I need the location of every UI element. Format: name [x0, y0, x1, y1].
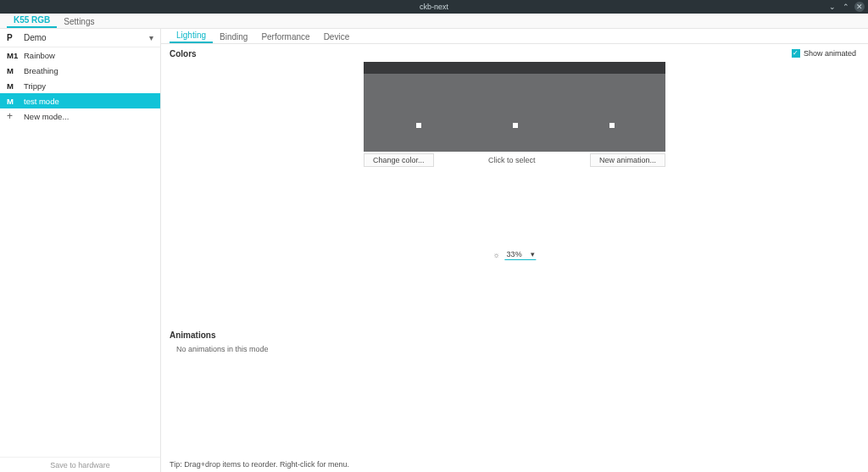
mode-label: test mode [24, 97, 59, 106]
mode-label: Trippy [24, 81, 46, 91]
zone-indicator [513, 123, 518, 128]
tab-performance[interactable]: Performance [254, 30, 316, 43]
animations-empty-label: No animations in this mode [176, 345, 860, 353]
tip-label: Tip: Drag+drop items to reorder. Right-c… [170, 460, 349, 469]
chevron-down-icon: ▾ [149, 33, 153, 42]
maximize-button[interactable]: ⌃ [841, 2, 851, 12]
profile-name: Demo [24, 33, 47, 42]
mode-badge: M [7, 66, 24, 75]
chevron-down-icon: ▾ [531, 250, 535, 258]
checkbox-icon: ✓ [792, 49, 800, 58]
zone-indicator [416, 123, 421, 128]
mode-list: M1 Rainbow M Breathing M Trippy M test m… [0, 47, 160, 124]
keyboard-preview[interactable]: Change color... Click to select New anim… [364, 62, 665, 167]
window-title: ckb-next [420, 3, 448, 11]
animations-title: Animations [170, 330, 860, 340]
keyboard-preview-top [364, 62, 665, 74]
keyboard-preview-zones[interactable] [364, 74, 665, 152]
sidebar: P Demo ▾ M1 Rainbow M Breathing M Trippy… [0, 29, 161, 472]
lighting-panel: Colors ✓ Show animated Change color... C… [161, 44, 868, 472]
mode-item-trippy[interactable]: M Trippy [0, 78, 160, 93]
tab-device[interactable]: Device [317, 30, 357, 43]
title-bar: ckb-next ⌄ ⌃ ✕ [0, 0, 868, 14]
show-animated-toggle[interactable]: ✓ Show animated [792, 49, 856, 58]
new-animation-button[interactable]: New animation... [590, 153, 665, 167]
profile-selector[interactable]: P Demo ▾ [0, 29, 160, 47]
brightness-icon: ☼ [492, 251, 499, 259]
new-mode-label: New mode... [24, 112, 69, 121]
animations-section: Animations No animations in this mode [170, 330, 860, 353]
tab-lighting[interactable]: Lighting [170, 28, 213, 43]
new-mode-button[interactable]: + New mode... [0, 108, 160, 124]
minimize-button[interactable]: ⌄ [827, 2, 837, 12]
tab-device-k55[interactable]: K55 RGB [7, 13, 57, 28]
tab-settings[interactable]: Settings [57, 14, 101, 28]
device-tabs: K55 RGB Settings [0, 14, 868, 29]
window-controls: ⌄ ⌃ ✕ [827, 0, 865, 14]
mode-badge: M1 [7, 51, 24, 60]
mode-item-breathing[interactable]: M Breathing [0, 63, 160, 78]
profile-badge: P [7, 33, 24, 42]
brightness-select[interactable]: 33% ▾ [505, 249, 537, 260]
mode-label: Rainbow [24, 51, 55, 60]
mode-label: Breathing [24, 66, 58, 75]
mode-badge: M [7, 81, 24, 91]
tab-binding[interactable]: Binding [213, 30, 254, 43]
mode-item-test-mode[interactable]: M test mode [0, 93, 160, 108]
content: Lighting Binding Performance Device Colo… [161, 29, 868, 472]
save-to-hardware-button[interactable]: Save to hardware [0, 457, 160, 472]
mode-item-rainbow[interactable]: M1 Rainbow [0, 47, 160, 63]
zone-indicator [609, 123, 615, 128]
show-animated-label: Show animated [804, 49, 856, 58]
brightness-control: ☼ 33% ▾ [492, 249, 536, 260]
colors-title: Colors [170, 49, 860, 58]
keyboard-controls: Change color... Click to select New anim… [364, 153, 665, 167]
click-to-select-label: Click to select [434, 156, 590, 164]
close-button[interactable]: ✕ [854, 2, 865, 12]
mode-badge: M [7, 97, 24, 106]
change-color-button[interactable]: Change color... [364, 153, 434, 167]
section-tabs: Lighting Binding Performance Device [161, 29, 868, 44]
brightness-value: 33% [507, 250, 522, 258]
plus-icon: + [7, 111, 24, 121]
